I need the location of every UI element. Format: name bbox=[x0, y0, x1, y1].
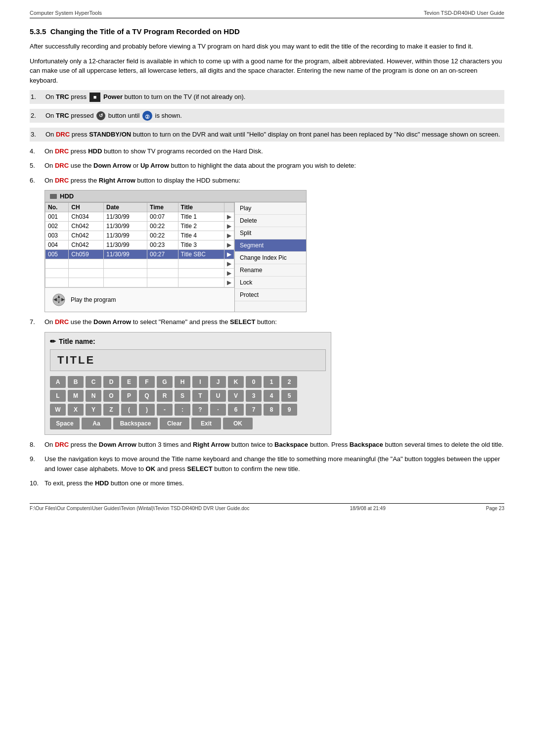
key-1[interactable]: 1 bbox=[264, 376, 279, 388]
key-space[interactable]: Space bbox=[50, 418, 80, 429]
key-3[interactable]: 3 bbox=[246, 390, 262, 402]
key-colon[interactable]: : bbox=[175, 404, 190, 416]
step-10: 10. To exit, press the HDD button one or… bbox=[30, 478, 504, 488]
key-Z[interactable]: Z bbox=[103, 404, 119, 416]
submenu-change-index-pic[interactable]: Change Index Pic bbox=[235, 252, 306, 264]
nav-label: Play the program bbox=[71, 296, 116, 303]
key-K[interactable]: K bbox=[228, 376, 244, 388]
section-title: 5.3.5 Changing the Title of a TV Program… bbox=[30, 27, 504, 36]
submenu-segment[interactable]: Segment bbox=[235, 239, 306, 252]
footer-left: F:\Our Files\Our Computers\User Guides\T… bbox=[30, 506, 249, 511]
title-name-dialog: ✏ Title name: TITLE A B C D E F G H I J … bbox=[44, 332, 331, 435]
power-button-icon: ■ bbox=[89, 93, 101, 102]
key-4[interactable]: 4 bbox=[264, 390, 279, 402]
footer-right: Page 23 bbox=[486, 506, 504, 511]
circle-2-icon: ② bbox=[142, 111, 152, 121]
key-I[interactable]: I bbox=[192, 376, 208, 388]
step-1: 1. On TRC press ■ Power button to turn o… bbox=[30, 90, 504, 104]
key-dash[interactable]: - bbox=[157, 404, 173, 416]
header-left: Computer System HyperTools bbox=[30, 10, 102, 16]
key-question[interactable]: ? bbox=[192, 404, 208, 416]
hdd-title: HDD bbox=[60, 192, 74, 200]
key-exit[interactable]: Exit bbox=[191, 418, 221, 429]
key-V[interactable]: V bbox=[228, 390, 244, 402]
key-B[interactable]: B bbox=[68, 376, 84, 388]
col-title: Title bbox=[178, 203, 224, 212]
key-rparen[interactable]: ) bbox=[139, 404, 155, 416]
step-8: 8. On DRC press the Down Arrow button 3 … bbox=[30, 440, 504, 450]
key-H[interactable]: H bbox=[175, 376, 190, 388]
key-C[interactable]: C bbox=[86, 376, 101, 388]
key-5[interactable]: 5 bbox=[281, 390, 297, 402]
step-6: 6. On DRC press the Right Arrow button t… bbox=[30, 176, 504, 186]
key-A[interactable]: A bbox=[50, 376, 66, 388]
pencil-icon: ✏ bbox=[50, 337, 56, 345]
submenu-lock[interactable]: Lock bbox=[235, 277, 306, 289]
key-T[interactable]: T bbox=[192, 390, 208, 402]
col-no: No. bbox=[45, 203, 69, 212]
col-arrow bbox=[224, 203, 234, 212]
submenu-split[interactable]: Split bbox=[235, 227, 306, 239]
page-header: Computer System HyperTools Tevion TSD-DR… bbox=[30, 10, 504, 18]
keyboard-row-4: Space Aa Backspace Clear Exit OK bbox=[50, 418, 326, 429]
key-D[interactable]: D bbox=[103, 376, 119, 388]
key-S[interactable]: S bbox=[175, 390, 190, 402]
key-8[interactable]: 8 bbox=[264, 404, 279, 416]
hdd-nav-area: ▲ ▼ ◀ ▶ Play the program bbox=[45, 287, 234, 312]
key-dot[interactable]: · bbox=[210, 404, 226, 416]
title-name-label: Title name: bbox=[59, 337, 95, 345]
key-F[interactable]: F bbox=[139, 376, 155, 388]
key-aa[interactable]: Aa bbox=[82, 418, 111, 429]
key-P[interactable]: P bbox=[121, 390, 137, 402]
key-6[interactable]: 6 bbox=[228, 404, 244, 416]
key-9[interactable]: 9 bbox=[281, 404, 297, 416]
svg-text:▶: ▶ bbox=[61, 297, 65, 302]
key-7[interactable]: 7 bbox=[246, 404, 262, 416]
submenu-rename[interactable]: Rename bbox=[235, 264, 306, 277]
key-J[interactable]: J bbox=[210, 376, 226, 388]
key-R[interactable]: R bbox=[157, 390, 173, 402]
submenu-delete[interactable]: Delete bbox=[235, 215, 306, 227]
keyboard-row-3: W X Y Z ( ) - : ? · 6 7 8 9 bbox=[50, 404, 326, 416]
table-row-empty: ▶ bbox=[45, 278, 234, 287]
key-U[interactable]: U bbox=[210, 390, 226, 402]
hdd-submenu: Play Delete Split Segment Change Index P… bbox=[234, 202, 306, 312]
key-backspace[interactable]: Backspace bbox=[113, 418, 158, 429]
keyboard-grid: A B C D E F G H I J K 0 1 2 L M N O P Q … bbox=[50, 376, 326, 429]
key-X[interactable]: X bbox=[68, 404, 84, 416]
submenu-protect[interactable]: Protect bbox=[235, 289, 306, 301]
step-2: 2. On TRC pressed ↺ button until ② is sh… bbox=[30, 109, 504, 123]
hdd-title-bar: HDD bbox=[45, 190, 306, 202]
key-Q[interactable]: Q bbox=[139, 390, 155, 402]
key-M[interactable]: M bbox=[68, 390, 84, 402]
step-9: 9. Use the navigation keys to move aroun… bbox=[30, 454, 504, 473]
key-Y[interactable]: Y bbox=[86, 404, 101, 416]
step-4: 4. On DRC press HDD button to show TV pr… bbox=[30, 146, 504, 156]
paragraph-2: Unfortunately only a 12-character field … bbox=[30, 56, 504, 86]
step-5: 5. On DRC use the Down Arrow or Up Arrow… bbox=[30, 161, 504, 171]
hdd-icon bbox=[50, 194, 57, 199]
key-G[interactable]: G bbox=[157, 376, 173, 388]
key-clear[interactable]: Clear bbox=[160, 418, 189, 429]
table-row: 004Ch04211/30/9900:23Title 3▶ bbox=[45, 240, 234, 250]
hdd-menu-screenshot: HDD No. CH Date Time Title 001Ch03411 bbox=[44, 190, 307, 312]
circle-arrow-icon: ↺ bbox=[96, 111, 105, 120]
table-row-empty: ▶ bbox=[45, 259, 234, 269]
key-ok[interactable]: OK bbox=[223, 418, 253, 429]
key-N[interactable]: N bbox=[86, 390, 101, 402]
table-row-selected: 005Ch05911/30/9900:27Title SBC▶ bbox=[45, 250, 234, 259]
paragraph-1: After successfully recording and probabl… bbox=[30, 42, 504, 51]
key-L[interactable]: L bbox=[50, 390, 66, 402]
col-date: Date bbox=[104, 203, 147, 212]
nav-dpad-icon: ▲ ▼ ◀ ▶ bbox=[50, 291, 68, 309]
submenu-play[interactable]: Play bbox=[235, 202, 306, 215]
col-ch: CH bbox=[69, 203, 104, 212]
key-O[interactable]: O bbox=[103, 390, 119, 402]
key-E[interactable]: E bbox=[121, 376, 137, 388]
table-row: 001Ch03411/30/9900:07Title 1▶ bbox=[45, 212, 234, 222]
key-W[interactable]: W bbox=[50, 404, 66, 416]
key-0[interactable]: 0 bbox=[246, 376, 262, 388]
hdd-table-area: No. CH Date Time Title 001Ch03411/30/990… bbox=[45, 202, 234, 312]
key-2[interactable]: 2 bbox=[281, 376, 297, 388]
key-lparen[interactable]: ( bbox=[121, 404, 137, 416]
